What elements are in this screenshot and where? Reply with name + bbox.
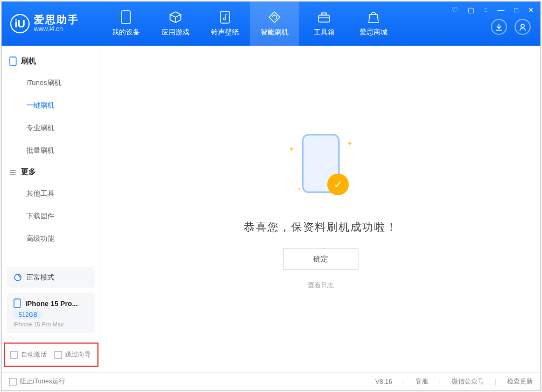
nav-my-device[interactable]: 我的设备	[101, 2, 151, 46]
app-logo-icon: iU	[10, 14, 30, 33]
checkbox-label: 阻止iTunes运行	[20, 377, 65, 386]
sparkle-icon: ✦	[347, 139, 353, 148]
wechat-link[interactable]: 微信公众号	[452, 377, 484, 386]
cube-icon	[168, 10, 182, 24]
window-controls: ♡ ▢ ≡ — □ ✕	[449, 5, 536, 15]
device-info-box[interactable]: iPhone 15 Pro... 512GB iPhone 15 Pro Max	[7, 293, 95, 333]
sparkle-icon: ✦	[297, 186, 301, 192]
phone-icon	[119, 10, 133, 24]
nav-label: 智能刷机	[261, 27, 288, 37]
mode-icon	[13, 273, 22, 282]
checkbox-label: 跳过向导	[65, 350, 91, 359]
view-log-link[interactable]: 查看日志	[308, 281, 334, 290]
refresh-icon	[268, 10, 281, 24]
svg-rect-1	[221, 11, 229, 23]
sidebar-item-advanced[interactable]: 高级功能	[2, 227, 101, 250]
svg-rect-2	[319, 15, 329, 22]
toolbox-icon	[317, 10, 331, 24]
nav-label: 爱思商城	[360, 27, 388, 37]
minimize-icon[interactable]: —	[495, 5, 506, 15]
feedback-icon[interactable]: ♡	[449, 5, 460, 15]
nav-flash[interactable]: 智能刷机	[250, 2, 299, 46]
support-link[interactable]: 客服	[416, 377, 428, 386]
activation-options-box: 自动激活 跳过向导	[4, 343, 98, 367]
svg-point-5	[521, 24, 524, 27]
device-mode-box[interactable]: 正常模式	[7, 267, 95, 288]
check-update-link[interactable]: 检查更新	[507, 377, 533, 386]
app-url: www.i4.cn	[34, 26, 79, 33]
sparkle-icon: ✦	[288, 145, 295, 153]
sidebar-item-other-tools[interactable]: 其他工具	[2, 182, 101, 205]
svg-rect-6	[10, 57, 16, 66]
svg-rect-3	[322, 13, 326, 15]
sidebar-group-more: 更多	[2, 162, 101, 182]
checkbox-block-itunes[interactable]: 阻止iTunes运行	[9, 377, 65, 386]
divider: |	[439, 378, 441, 386]
device-mode-label: 正常模式	[26, 273, 54, 282]
success-check-icon: ✓	[327, 174, 349, 195]
sidebar-item-pro-flash[interactable]: 专业刷机	[2, 117, 101, 139]
more-icon	[9, 168, 17, 176]
header-action-icons	[491, 19, 531, 35]
device-name: iPhone 15 Pro...	[25, 300, 78, 308]
group-title-label: 更多	[21, 167, 36, 177]
nav-label: 铃声壁纸	[211, 27, 239, 37]
divider: |	[495, 378, 496, 386]
menu-icon[interactable]: ≡	[482, 5, 490, 15]
sidebar-group-flash: 刷机	[2, 51, 101, 72]
checkbox-label: 自动激活	[21, 350, 47, 359]
checkbox-icon	[10, 351, 18, 359]
svg-rect-11	[14, 299, 20, 308]
device-icon	[9, 56, 17, 66]
download-icon[interactable]	[491, 19, 507, 35]
nav-apps[interactable]: 应用游戏	[151, 2, 200, 46]
footer-bar: 阻止iTunes运行 V8.16 | 客服 | 微信公众号 | 检查更新	[2, 372, 540, 390]
main-content: ✦ ✦ ✦ ✓ 恭喜您，保资料刷机成功啦！ 确定 查看日志	[101, 46, 540, 372]
sidebar-item-oneclick-flash[interactable]: 一键刷机	[2, 94, 101, 117]
nav-store[interactable]: 爱思商城	[349, 2, 398, 46]
sidebar-item-itunes-flash[interactable]: iTunes刷机	[2, 72, 101, 94]
divider: |	[403, 378, 405, 386]
storage-badge: 512GB	[13, 310, 43, 319]
close-icon[interactable]: ✕	[526, 5, 536, 15]
sidebar: 刷机 iTunes刷机 一键刷机 专业刷机 批量刷机 更多 其他工具 下载固件 …	[2, 46, 101, 372]
sidebar-item-download-firmware[interactable]: 下载固件	[2, 205, 101, 227]
app-title: 爱思助手	[34, 15, 79, 26]
ok-button[interactable]: 确定	[283, 248, 358, 270]
phone-window-icon[interactable]: ▢	[466, 5, 476, 15]
app-header: iU 爱思助手 www.i4.cn 我的设备 应用游戏 铃声壁纸 智能刷机	[2, 2, 540, 46]
device-full-name: iPhone 15 Pro Max	[13, 321, 89, 327]
nav-label: 应用游戏	[161, 27, 189, 37]
music-icon	[218, 10, 232, 24]
group-title-label: 刷机	[21, 56, 36, 66]
checkbox-icon	[9, 378, 17, 386]
bag-icon	[367, 10, 381, 24]
success-illustration: ✦ ✦ ✦ ✓	[283, 129, 358, 204]
user-icon[interactable]	[515, 19, 531, 35]
logo-area: iU 爱思助手 www.i4.cn	[2, 2, 101, 46]
svg-rect-0	[122, 11, 130, 24]
sidebar-item-batch-flash[interactable]: 批量刷机	[2, 139, 101, 162]
nav-ringtones[interactable]: 铃声壁纸	[200, 2, 250, 46]
device-icon	[13, 298, 21, 308]
nav-label: 我的设备	[112, 27, 140, 37]
checkbox-icon	[54, 351, 62, 359]
nav-toolbox[interactable]: 工具箱	[299, 2, 349, 46]
checkbox-auto-activate[interactable]: 自动激活	[10, 350, 47, 359]
nav-label: 工具箱	[314, 27, 335, 37]
version-label: V8.16	[375, 378, 392, 386]
checkbox-skip-wizard[interactable]: 跳过向导	[54, 350, 91, 359]
maximize-icon[interactable]: □	[512, 5, 520, 15]
success-message: 恭喜您，保资料刷机成功啦！	[244, 220, 398, 234]
